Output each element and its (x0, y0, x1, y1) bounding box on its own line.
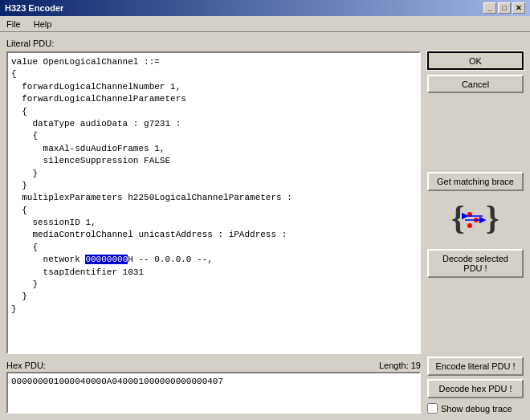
title-bar: H323 Encoder _ □ ✕ (0, 0, 530, 16)
menu-bar: File Help (0, 16, 530, 32)
encode-literal-pdu-button[interactable]: Encode literal PDU ! (427, 357, 524, 376)
svg-text:}: } (486, 199, 499, 236)
title-bar-buttons: _ □ ✕ (483, 2, 525, 14)
get-matching-brace-button[interactable]: Get matching brace (427, 172, 524, 191)
hex-label-row: Hex PDU: Length: 19 (6, 361, 421, 370)
hex-section: Hex PDU: Length: 19 000000001000040000A0… (6, 361, 421, 414)
hex-pdu-label: Hex PDU: (6, 361, 46, 370)
code-scroll-container: value OpenLogicalChannel ::= { forwardLo… (6, 51, 421, 354)
minimize-button[interactable]: _ (483, 2, 496, 14)
cancel-button[interactable]: Cancel (427, 75, 524, 93)
left-panel: value OpenLogicalChannel ::= { forwardLo… (6, 51, 421, 414)
close-button[interactable]: ✕ (512, 2, 525, 14)
hex-length-value: 19 (411, 361, 421, 370)
brace-graphic: { } (447, 198, 503, 243)
main-content: value OpenLogicalChannel ::= { forwardLo… (6, 51, 524, 414)
literal-pdu-textarea[interactable]: value OpenLogicalChannel ::= { forwardLo… (6, 51, 421, 354)
svg-text:{: { (451, 199, 465, 236)
right-panel: OK Cancel Get matching brace { } (427, 51, 524, 414)
decode-hex-pdu-button[interactable]: Decode hex PDU ! (427, 379, 524, 398)
menu-file[interactable]: File (3, 18, 24, 30)
title-bar-text: H323 Encoder (5, 3, 483, 13)
menu-help[interactable]: Help (31, 18, 55, 30)
svg-point-4 (467, 223, 472, 228)
bottom-right: Encode literal PDU ! Decode hex PDU ! Sh… (427, 357, 524, 414)
show-debug-trace-row: Show debug trace (427, 403, 524, 414)
show-debug-trace-label: Show debug trace (441, 404, 512, 414)
decode-selected-pdu-button[interactable]: Decode selected PDU ! (427, 249, 524, 278)
ok-button[interactable]: OK (427, 51, 524, 70)
maximize-button[interactable]: □ (498, 2, 511, 14)
brace-icon-area: { } (427, 196, 524, 244)
show-debug-trace-checkbox[interactable] (427, 403, 438, 414)
literal-pdu-label: Literal PDU: (6, 39, 524, 48)
dialog: Literal PDU: value OpenLogicalChannel ::… (0, 32, 530, 420)
hex-length-label: Length: 19 (379, 361, 421, 370)
hex-pdu-textarea[interactable]: 000000001000040000A040001000000000000407 (6, 372, 421, 414)
